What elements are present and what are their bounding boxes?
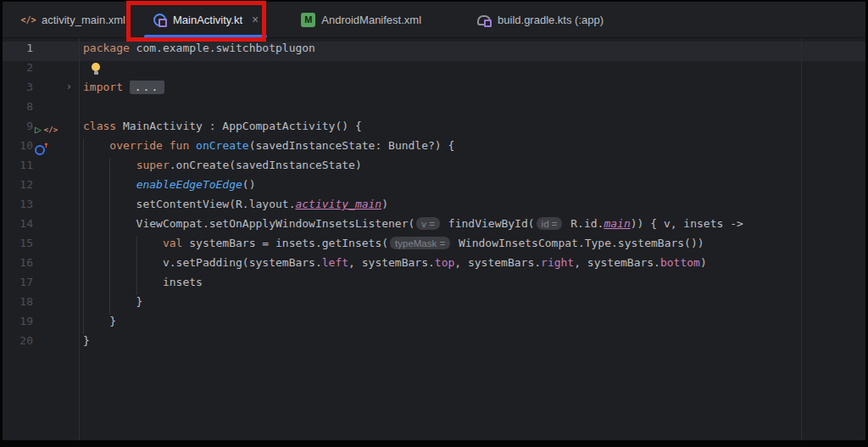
code-text[interactable]: }: [79, 334, 865, 354]
gutter-line-number[interactable]: 8: [3, 100, 79, 120]
gutter-line-number[interactable]: 19: [3, 315, 79, 334]
tab-activity-main-xml[interactable]: </>activity_main.xml: [8, 2, 139, 37]
intention-bulb-icon[interactable]: [91, 62, 101, 75]
code-text[interactable]: [79, 61, 865, 81]
active-tab-underline: [144, 35, 267, 37]
tab-close-icon[interactable]: ×: [252, 14, 259, 25]
code-segment: onCreate: [196, 139, 249, 152]
code-segment: insets: [83, 276, 203, 288]
line-number: 18: [3, 295, 33, 308]
code-segment: top: [435, 256, 454, 269]
code-line: 11 super.onCreate(savedInstanceState): [3, 159, 865, 178]
code-segment: package: [83, 42, 130, 54]
code-segment: main: [604, 217, 630, 230]
editor-tab-bar: </>activity_main.xmlMainActivity.kt×MAnd…: [3, 2, 865, 38]
code-segment: val: [163, 237, 182, 249]
gutter-icons: [35, 139, 47, 159]
fold-expand-icon[interactable]: ›: [66, 81, 72, 92]
code-text[interactable]: ViewCompat.setOnApplyWindowInsetsListene…: [79, 217, 865, 237]
ide-window: </>activity_main.xmlMainActivity.kt×MAnd…: [3, 2, 865, 440]
code-line: 2: [3, 61, 865, 81]
code-line: 10 override fun onCreate(savedInstanceSt…: [3, 139, 865, 159]
tab-label: activity_main.xml: [42, 14, 125, 26]
tab-build-gradle-kts-app[interactable]: build.gradle.kts (:app): [464, 2, 617, 37]
tab-label: MainActivity.kt: [173, 14, 242, 26]
code-segment: setContentView(R.layout.: [83, 198, 295, 210]
code-segment: activity_main: [295, 198, 381, 210]
gutter-divider: [79, 38, 80, 440]
code-line: 16 v.setPadding(systemBars.left, systemB…: [3, 256, 865, 276]
gutter-line-number[interactable]: 1: [3, 42, 79, 61]
code-line: 18 }: [3, 295, 865, 315]
code-segment: (savedInstanceState: Bundle?) {: [249, 139, 455, 152]
code-text[interactable]: insets: [79, 276, 865, 295]
code-text[interactable]: setContentView(R.layout.activity_main): [79, 198, 865, 217]
line-number: 13: [3, 198, 33, 210]
code-segment: findViewById(: [442, 217, 535, 230]
line-number: 15: [3, 237, 33, 249]
code-text[interactable]: }: [79, 315, 865, 334]
code-text[interactable]: override fun onCreate(savedInstanceState…: [79, 139, 865, 159]
gutter-line-number[interactable]: 16: [3, 256, 79, 276]
code-segment: [83, 237, 163, 249]
code-segment: [189, 139, 196, 152]
code-text[interactable]: v.setPadding(systemBars.left, systemBars…: [79, 256, 865, 276]
code-segment: )) { v, insets ->: [631, 217, 743, 230]
line-number: 14: [3, 217, 33, 230]
indent-guide: [109, 159, 110, 315]
inline-parameter-hint: typeMask =: [390, 237, 450, 249]
line-number: 11: [3, 159, 33, 171]
code-text[interactable]: package com.example.switchbotplugon: [79, 42, 865, 61]
gutter-line-number[interactable]: 13: [3, 198, 79, 217]
line-number: 8: [3, 100, 33, 113]
code-segment: left: [322, 256, 348, 269]
gutter-line-number[interactable]: 20: [3, 334, 79, 354]
tab-mainactivity-kt[interactable]: MainActivity.kt×: [139, 2, 272, 37]
gutter-line-number[interactable]: 9▷</>: [3, 120, 79, 139]
code-segment: [83, 139, 109, 152]
code-text[interactable]: import ...: [79, 81, 865, 100]
code-text[interactable]: class MainActivity : AppCompatActivity()…: [79, 120, 865, 139]
code-text[interactable]: [79, 100, 865, 120]
code-segment: v.setPadding(systemBars.: [83, 256, 322, 269]
code-text[interactable]: enableEdgeToEdge(): [79, 178, 865, 198]
code-lines: 1package com.example.switchbotplugon23›i…: [3, 42, 865, 354]
code-segment: right: [541, 256, 574, 269]
gutter-line-number[interactable]: 14: [3, 217, 79, 237]
gutter-line-number[interactable]: 17: [3, 276, 79, 295]
gutter-line-number[interactable]: 10: [3, 139, 79, 159]
code-segment: }: [83, 315, 116, 327]
xml-code-icon: </>: [21, 13, 36, 27]
overriding-method-icon[interactable]: [35, 142, 47, 155]
code-text[interactable]: val systemBars = insets.getInsets(typeMa…: [79, 237, 865, 256]
line-number: 19: [3, 315, 33, 327]
gutter-line-number[interactable]: 12: [3, 178, 79, 198]
code-line: 19 }: [3, 315, 865, 334]
code-segment: import: [83, 81, 123, 93]
code-editor[interactable]: 1package com.example.switchbotplugon23›i…: [3, 38, 865, 440]
tab-androidmanifest-xml[interactable]: MAndroidManifest.xml: [287, 2, 435, 37]
code-segment: .onCreate(savedInstanceState): [170, 159, 362, 171]
related-xml-icon[interactable]: </>: [44, 126, 58, 134]
gutter-line-number[interactable]: 3›: [3, 81, 79, 100]
folded-imports-region[interactable]: ...: [130, 81, 164, 94]
run-icon[interactable]: ▷: [35, 124, 42, 135]
inline-parameter-hint: v =: [416, 217, 440, 230]
code-text[interactable]: }: [79, 295, 865, 315]
code-line: 13 setContentView(R.layout.activity_main…: [3, 198, 865, 217]
gutter-line-number[interactable]: 11: [3, 159, 79, 178]
gutter-line-number[interactable]: 18: [3, 295, 79, 315]
line-number: 16: [3, 256, 33, 269]
line-number: 9: [3, 120, 33, 132]
code-segment: override: [109, 139, 163, 152]
right-margin-guide: [801, 38, 802, 440]
code-segment: ): [700, 256, 707, 269]
code-segment: WindowInsetsCompat.Type.systemBars()): [452, 237, 704, 249]
code-segment: }: [83, 334, 90, 347]
indent-guide: [83, 139, 84, 334]
line-number: 20: [3, 334, 33, 347]
gutter-line-number[interactable]: 2: [3, 61, 79, 81]
code-text[interactable]: super.onCreate(savedInstanceState): [79, 159, 865, 178]
gutter-line-number[interactable]: 15: [3, 237, 79, 256]
code-line: 12 enableEdgeToEdge(): [3, 178, 865, 198]
